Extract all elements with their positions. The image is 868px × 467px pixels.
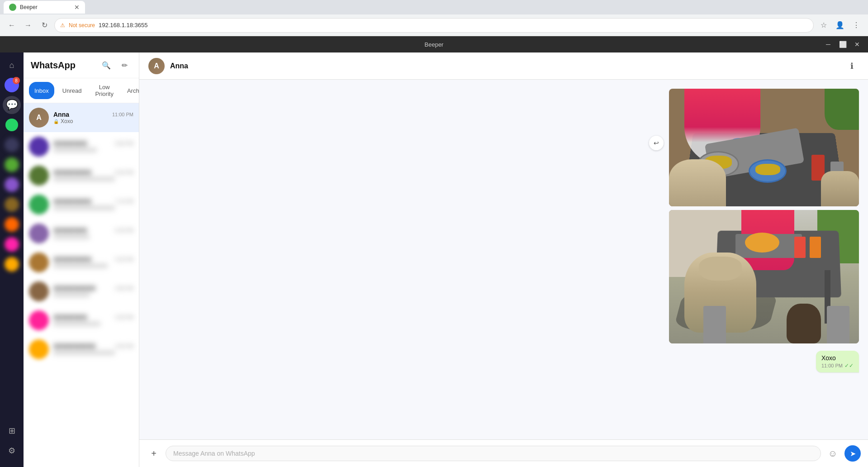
tab-inbox[interactable]: Inbox	[29, 82, 54, 99]
msg-meta-xoxo: 11:00 PM ✓✓	[821, 362, 854, 369]
compose-button[interactable]: ✏	[117, 58, 132, 72]
filter-tabs: Inbox Unread Low Priority Archive	[24, 78, 139, 103]
security-label: Not secure	[69, 22, 95, 29]
browser-frame: Beeper ✕ ← → ↻ ⚠ Not secure 192.168.1.18…	[0, 0, 868, 467]
chat-item-blurred-5[interactable]: XXXXXXXXX 5:20 PM XXXXXXXXXXXXXXX	[24, 248, 139, 277]
sidebar-icons: ⌂ 8 💬	[0, 52, 24, 467]
chat-input-area: + ☺ ➤	[139, 439, 868, 467]
avatar-blurred-6	[29, 281, 49, 301]
forward-button[interactable]: →	[22, 19, 34, 32]
chat-item-blurred-4[interactable]: XXXXXXXX 6:45 PM XXXXXXXXXX	[24, 219, 139, 248]
chat-name-row: Anna 11:00 PM	[53, 111, 133, 118]
text-message-xoxo: Xoxo 11:00 PM ✓✓	[816, 351, 859, 372]
chat-avatar-anna: A	[29, 108, 49, 128]
sidebar-item-other4[interactable]	[5, 197, 19, 212]
info-blurred-6: XXXXXXXXXX 4:00 PM XXXXXXXXXX	[53, 285, 133, 298]
avatar-blurred-2	[29, 166, 49, 186]
beeper-badge: 8	[13, 77, 20, 84]
sidebar-item-beeper[interactable]: 8	[3, 76, 21, 94]
bookmark-button[interactable]: ☆	[817, 19, 830, 32]
browser-right-icons: ☆ 👤 ⋮	[817, 19, 863, 32]
photo-message-1[interactable]	[669, 89, 859, 206]
sidebar-item-other1[interactable]	[5, 138, 19, 152]
avatar-blurred-4	[29, 224, 49, 243]
window-minimize-button[interactable]: ─	[823, 39, 834, 50]
chat-item-blurred-8[interactable]: XXXXXXXXXX 2:00 PM XXXXXXXXXXXXXXXXX	[24, 335, 139, 364]
sidebar-item-home[interactable]: ⌂	[3, 56, 21, 74]
sidebar-item-whatsapp[interactable]: 💬	[3, 96, 21, 114]
info-blurred-1: XXXXXXXX 9:00 PM XXXXXXXXXXXX	[53, 140, 133, 153]
chat-item-anna[interactable]: A Anna 11:00 PM 🔒 Xoxo	[24, 103, 139, 132]
sidebar-item-other5[interactable]	[5, 217, 19, 232]
info-blurred-2: XXXXXXXXX 8:30 PM XXXXXXXXXXXXXXXXX	[53, 169, 133, 182]
msg-time-xoxo: 11:00 PM	[821, 363, 843, 368]
msg-check-xoxo: ✓✓	[844, 362, 854, 369]
avatar-blurred-8	[29, 339, 49, 359]
chat-item-blurred-7[interactable]: XXXXXXXX 3:30 PM XXXXXXXXXXXXX	[24, 306, 139, 335]
avatar-blurred-3	[29, 195, 49, 214]
sidebar-item-messages[interactable]	[3, 116, 21, 134]
chat-item-blurred-1[interactable]: XXXXXXXX 9:00 PM XXXXXXXXXXXX	[24, 132, 139, 161]
browser-tab[interactable]: Beeper ✕	[4, 1, 85, 14]
chat-list-title: WhatsApp	[31, 60, 76, 71]
message-row-xoxo: Xoxo 11:00 PM ✓✓	[816, 351, 859, 372]
beeper-titlebar-controls: ─ ⬜ ✕	[823, 39, 863, 50]
attach-button[interactable]: +	[147, 446, 161, 461]
tab-favicon	[9, 4, 16, 11]
whatsapp-icon: 💬	[6, 99, 18, 111]
chat-header-name: Anna	[170, 62, 188, 70]
window-restore-button[interactable]: ⬜	[837, 39, 848, 50]
browser-titlebar: Beeper ✕	[0, 0, 868, 14]
preview-text: Xoxo	[61, 118, 73, 124]
chat-item-blurred-3[interactable]: XXXXXXXXX 7:15 PM XXXXXXXXXXXXXXXXX	[24, 190, 139, 219]
chat-item-blurred-2[interactable]: XXXXXXXXX 8:30 PM XXXXXXXXXXXXXXXXX	[24, 161, 139, 190]
reply-icon[interactable]: ↩	[649, 136, 664, 150]
avatar-blurred-5	[29, 253, 49, 272]
chat-info-button[interactable]: ℹ	[844, 59, 859, 73]
info-blurred-5: XXXXXXXXX 5:20 PM XXXXXXXXXXXXXXX	[53, 256, 133, 269]
tab-title: Beeper	[20, 4, 38, 10]
chat-header: A Anna ℹ	[139, 52, 868, 80]
messages-area: ↩	[139, 80, 868, 439]
refresh-button[interactable]: ↻	[38, 19, 51, 32]
chat-items: A Anna 11:00 PM 🔒 Xoxo	[24, 103, 139, 467]
widgets-button[interactable]: ⊞	[3, 422, 21, 440]
chat-header-avatar: A	[148, 58, 165, 74]
preview-icon: 🔒	[53, 119, 59, 124]
chat-list-actions: 🔍 ✏	[99, 58, 132, 72]
msg-text-xoxo: Xoxo	[821, 354, 854, 362]
info-blurred-7: XXXXXXXX 3:30 PM XXXXXXXXXXXXX	[53, 314, 133, 327]
avatar-initial: A	[36, 114, 42, 122]
tab-unread[interactable]: Unread	[57, 82, 87, 99]
window-close-button[interactable]: ✕	[852, 39, 863, 50]
beeper-titlebar: Beeper ─ ⬜ ✕	[0, 36, 868, 52]
send-button[interactable]: ➤	[844, 445, 861, 462]
sidebar-item-other3[interactable]	[5, 177, 19, 192]
photo-messages: ↩	[669, 89, 859, 343]
message-input[interactable]	[166, 446, 821, 461]
tab-low-priority[interactable]: Low Priority	[90, 82, 119, 99]
search-button[interactable]: 🔍	[99, 58, 114, 72]
browser-controls: ← → ↻ ⚠ Not secure 192.168.1.18:3655 ☆ 👤…	[0, 14, 868, 36]
settings-button[interactable]: ⚙	[3, 442, 21, 460]
photo-message-2[interactable]	[669, 210, 859, 343]
back-button[interactable]: ←	[5, 19, 18, 32]
emoji-button[interactable]: ☺	[825, 446, 840, 461]
tab-close-button[interactable]: ✕	[74, 4, 80, 11]
chat-info-anna: Anna 11:00 PM 🔒 Xoxo	[53, 111, 133, 124]
sidebar-item-other2[interactable]	[5, 157, 19, 172]
chat-preview: 🔒 Xoxo	[53, 118, 133, 124]
chat-item-blurred-6[interactable]: XXXXXXXXXX 4:00 PM XXXXXXXXXX	[24, 277, 139, 306]
url-text: 192.168.1.18:3655	[99, 22, 147, 29]
address-bar[interactable]: ⚠ Not secure 192.168.1.18:3655	[54, 18, 814, 33]
sidebar-item-other6[interactable]	[5, 237, 19, 252]
messages-icon	[5, 119, 18, 131]
chat-area: A Anna ℹ ↩	[139, 52, 868, 467]
profile-button[interactable]: 👤	[834, 19, 846, 32]
security-icon: ⚠	[60, 22, 65, 29]
browser-menu-button[interactable]: ⋮	[850, 19, 863, 32]
sidebar-item-other7[interactable]	[5, 257, 19, 272]
chat-name: Anna	[53, 111, 69, 118]
avatar-blurred-1	[29, 137, 49, 157]
beeper-main: ⌂ 8 💬	[0, 52, 868, 467]
